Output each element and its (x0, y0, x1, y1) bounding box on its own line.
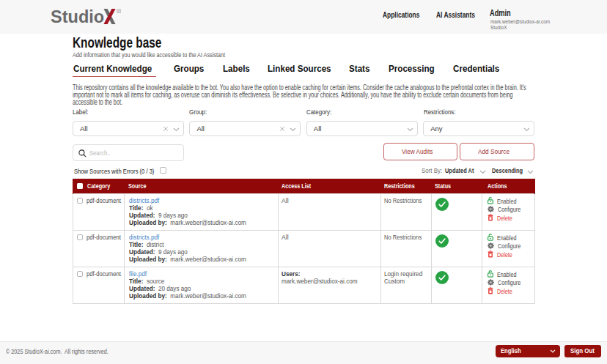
svg-text:R: R (117, 9, 119, 12)
